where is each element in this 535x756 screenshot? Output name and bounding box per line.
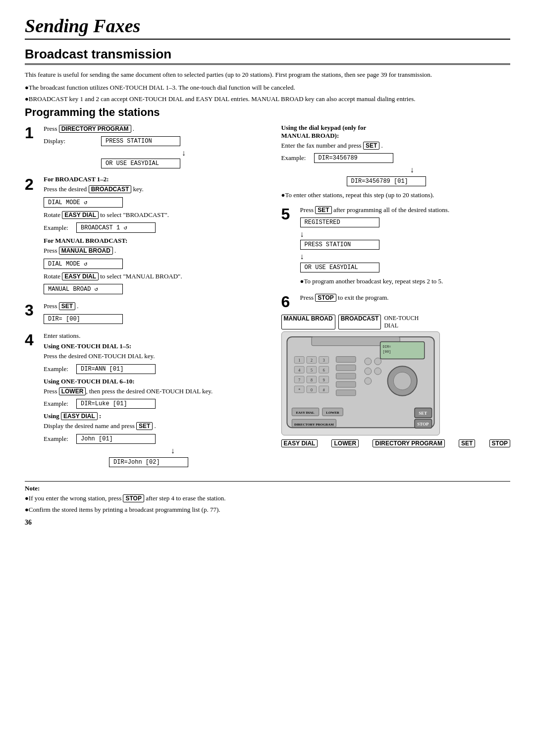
right-example-label: Example: (281, 154, 314, 162)
set-bottom-label: SET (459, 439, 475, 447)
stop-key-step6[interactable]: STOP (315, 294, 336, 302)
left-column: 1 Press DIRECTORY PROGRAM . Display: PRE… (25, 124, 277, 474)
step-2-manual-display2: MANUAL BROAD ↺ (44, 284, 123, 294)
svg-text:5: 5 (311, 368, 313, 373)
step-2-broadcast-heading: For BROADCAST 1–2: (44, 175, 269, 183)
svg-point-34 (365, 358, 372, 365)
step-2-row: 2 For BROADCAST 1–2: Press the desired B… (25, 175, 269, 296)
step-5-arrow2: ↓ (300, 252, 510, 261)
step-4-sub1-line: Press the desired ONE-TOUCH DIAL key. (44, 351, 269, 361)
set-key-step3[interactable]: SET (59, 302, 75, 310)
step-4-sub3-heading: Using EASY DIAL : (44, 412, 269, 420)
svg-point-38 (374, 368, 381, 375)
step-4-row: 4 Enter stations. Using ONE-TOUCH DIAL 1… (25, 331, 269, 469)
svg-text:STOP: STOP (417, 422, 429, 427)
step-2-display-row: DIAL MODE ↺ (44, 196, 269, 209)
note-section: Note: ●If you enter the wrong station, p… (25, 481, 510, 515)
dial-keypad-section: Using the dial keypad (only for MANUAL B… (281, 124, 510, 200)
step-2-content: For BROADCAST 1–2: Press the desired BRO… (44, 175, 269, 296)
directory-program-key[interactable]: DIRECTORY PROGRAM (59, 125, 131, 133)
step-2-example-display: BROADCAST 1 ↺ (76, 222, 156, 233)
step-2-press-text: Press the desired (44, 185, 89, 193)
right-display-2: DIR=3456789 [01] (347, 176, 426, 186)
note-bullet-1: ●If you enter the wrong station, press S… (25, 493, 510, 503)
svg-point-36 (365, 378, 372, 384)
set-key-step5[interactable]: SET (315, 206, 331, 214)
step-5-display-1: REGISTERED (300, 217, 379, 227)
page-number: 36 (25, 519, 510, 527)
step-1-display-label: Display: (44, 137, 73, 145)
one-touch-keys (336, 357, 356, 396)
manual-broad-key-step2[interactable]: MANUAL BROAD (59, 247, 113, 255)
lower-bottom-label: LOWER (331, 439, 359, 447)
svg-text:4: 4 (298, 368, 300, 373)
directory-program-bottom-label: DIRECTORY PROGRAM (373, 439, 445, 447)
step-5-display-or-use: OR USE EASYDIAL (300, 262, 510, 273)
easy-dial-key-step2b[interactable]: EASY DIAL (62, 272, 99, 280)
step-5-bullet: ●To program another broadcast key, repea… (300, 276, 510, 286)
step-4-content: Enter stations. Using ONE-TOUCH DIAL 1–5… (44, 331, 269, 469)
svg-point-35 (365, 368, 372, 375)
subsection-title: Programming the stations (25, 106, 510, 119)
step-1-number: 1 (25, 124, 44, 141)
stop-key-note[interactable]: STOP (123, 494, 144, 502)
right-example-row2: DIR=3456789 [01] (281, 175, 510, 187)
step-5-line: Press SET after programming all of the d… (300, 205, 510, 215)
easy-dial-key-step4[interactable]: EASY DIAL (61, 412, 98, 420)
step-4-number: 4 (25, 331, 44, 348)
step-4-line: Enter stations. (44, 331, 269, 341)
svg-rect-32 (336, 381, 356, 387)
section-title: Broadcast transmission (25, 47, 510, 65)
set-key-step4[interactable]: SET (136, 422, 153, 430)
svg-point-37 (374, 358, 381, 365)
svg-text:EASY DIAL: EASY DIAL (296, 411, 315, 414)
step-6-number: 6 (281, 293, 300, 310)
svg-text:*: * (298, 388, 300, 392)
step-3-number: 3 (25, 301, 44, 318)
step-1-after: . (131, 125, 135, 132)
right-example-row1: Example: DIR=3456789 (281, 152, 510, 164)
svg-rect-31 (336, 373, 356, 379)
step-1-display-2: OR USE EASYDIAL (101, 159, 180, 168)
step-4-sub3-display2: DIR=John [02] (109, 457, 188, 467)
svg-rect-33 (336, 390, 356, 396)
step-4-sub3-line: Display the desired name and press SET . (44, 421, 269, 431)
step-5-content: Press SET after programming all of the d… (300, 205, 510, 288)
step-4-sub3-example-label: Example: (44, 435, 76, 443)
svg-rect-30 (336, 365, 356, 371)
svg-rect-29 (336, 357, 356, 363)
step-4-sub3-example2: DIR=John [02] (44, 456, 269, 468)
note-heading: Note: (25, 485, 510, 492)
fax-machine-svg: DIR= [00] 1 2 3 4 5 6 (281, 331, 440, 435)
step-5-number: 5 (281, 205, 300, 222)
step-2-manual-display-row: DIAL MODE ↺ (44, 258, 269, 270)
easy-dial-bottom-label: EASY DIAL (281, 439, 318, 447)
step-4-sub3-example1: Example: John [01] (44, 433, 269, 445)
step-4-sub3-display1: John [01] (76, 434, 156, 444)
svg-text:2: 2 (311, 358, 313, 363)
step-3-row: 3 Press SET . DIR= [00] (25, 301, 269, 326)
svg-text:#: # (322, 388, 324, 392)
svg-text:DIR=: DIR= (382, 345, 391, 349)
intro-text-1: This feature is useful for sending the s… (25, 70, 510, 80)
step-5-arrow1: ↓ (300, 229, 510, 239)
step-2-number: 2 (25, 175, 44, 192)
step-1-line: Press DIRECTORY PROGRAM . (44, 124, 269, 134)
easy-dial-key-step2[interactable]: EASY DIAL (62, 211, 99, 219)
dial-keypad-heading: Using the dial keypad (only for MANUAL B… (281, 124, 510, 140)
fax-diagram: MANUAL BROAD BROADCAST ONE-TOUCHDIAL DIR… (281, 315, 510, 447)
step-2-rotate-manual-line: Rotate EASY DIAL to select "MANUAL BROAD… (44, 271, 269, 281)
svg-text:0: 0 (311, 388, 313, 392)
step-5-row: 5 Press SET after programming all of the… (281, 205, 510, 288)
step-6-line: Press STOP to exit the program. (300, 293, 510, 303)
set-key-right[interactable]: SET (363, 142, 379, 150)
intro-text-3: ●BROADCAST key 1 and 2 can accept ONE-TO… (25, 94, 510, 104)
lower-key-step4[interactable]: LOWER (59, 387, 86, 395)
broadcast-key[interactable]: BROADCAST (89, 185, 132, 193)
dial-keypad-line: Enter the fax number and press SET . (281, 141, 510, 151)
step-3-display-row: DIR= [00] (44, 313, 269, 325)
step-1-arrow: ↓ (98, 148, 269, 158)
step-2-manual-display: DIAL MODE ↺ (44, 259, 123, 269)
intro-text-2: ●The broadcast function utilizes ONE-TOU… (25, 83, 510, 93)
broadcast-diagram-label: BROADCAST (338, 315, 381, 329)
